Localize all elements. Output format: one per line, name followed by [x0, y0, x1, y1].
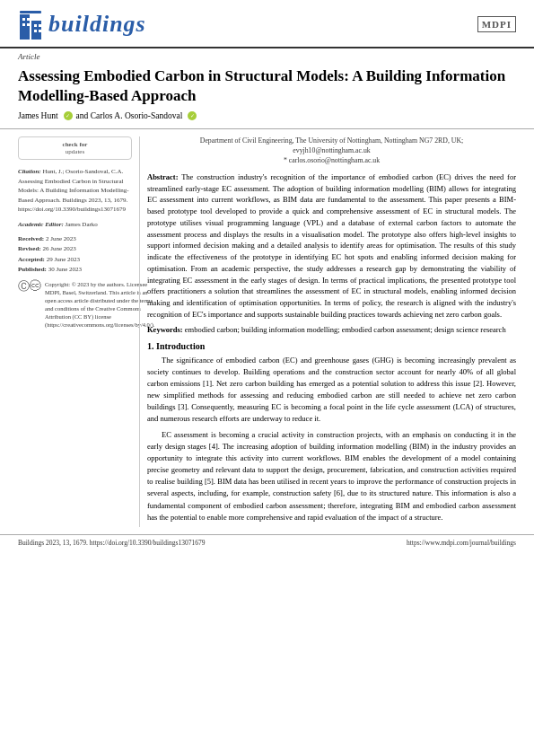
academic-editor-label: Academic Editor:	[18, 221, 66, 228]
intro-paragraph-1: The significance of embodied carbon (EC)…	[147, 355, 516, 426]
svg-rect-7	[39, 24, 41, 27]
intro-para1-text: The significance of embodied carbon (EC)…	[147, 356, 516, 424]
mdpi-logo: MDPI	[477, 16, 516, 32]
revised-value: 26 June 2023	[42, 245, 75, 252]
keywords-block: Keywords: embodied carbon; building info…	[147, 325, 516, 336]
main-title: Assessing Embodied Carbon in Structural …	[18, 66, 516, 106]
published-value: 30 June 2023	[48, 266, 82, 273]
affiliation-line1: Department of Civil Engineering, The Uni…	[147, 136, 516, 146]
footer-left: Buildings 2023, 13, 1679. https://doi.or…	[18, 539, 205, 547]
indent-2	[147, 429, 162, 441]
citation-label: Citation:	[18, 168, 42, 175]
intro-paragraph-2: EC assessment is becoming a crucial acti…	[147, 429, 516, 523]
abstract-label: Abstract:	[147, 172, 178, 181]
svg-rect-3	[27, 18, 30, 21]
copyright-block: Ⓒ🅭 Copyright: © 2023 by the authors. Lic…	[18, 280, 132, 330]
intro-section-title: 1. Introduction	[147, 341, 516, 351]
article-type-label: Article	[18, 52, 40, 61]
dates-block: Received: 2 June 2023 Revised: 26 June 2…	[18, 234, 132, 275]
two-col-body: check for updates Citation: Hunt, J.; Os…	[0, 129, 534, 527]
svg-rect-4	[22, 23, 25, 26]
keywords-label: Keywords:	[147, 325, 183, 334]
title-area: Assessing Embodied Carbon in Structural …	[0, 63, 534, 129]
orcid-icon-hunt: ✓	[64, 111, 73, 120]
intro-para2-text: EC assessment is becoming a crucial acti…	[147, 430, 516, 522]
abstract-section: Abstract: The construction industry's re…	[147, 171, 516, 321]
accepted-date: Accepted: 29 June 2023	[18, 255, 132, 265]
svg-rect-10	[20, 11, 41, 13]
academic-editor-name: James Darko	[66, 221, 98, 228]
intro-title: Introduction	[156, 341, 205, 351]
indent-1	[147, 355, 162, 366]
author-james-hunt: James Hunt	[18, 111, 58, 120]
check-updates-badge[interactable]: check for updates	[18, 136, 132, 160]
introduction-section: 1. Introduction The significance of embo…	[147, 341, 516, 523]
cc-icons: Ⓒ🅭	[18, 280, 41, 292]
revised-date: Revised: 26 June 2023	[18, 244, 132, 254]
journal-name: buildings	[48, 11, 146, 38]
svg-rect-2	[22, 18, 25, 21]
right-column: Department of Civil Engineering, The Uni…	[139, 136, 516, 527]
received-date: Received: 2 June 2023	[18, 234, 132, 244]
keywords-values: embodied carbon; building information mo…	[185, 325, 506, 334]
article-label: Article	[0, 48, 534, 63]
footer-right: https://www.mdpi.com/journal/buildings	[407, 539, 516, 547]
affiliation-block: Department of Civil Engineering, The Uni…	[147, 136, 516, 166]
accepted-value: 29 June 2023	[47, 256, 80, 263]
left-column: check for updates Citation: Hunt, J.; Os…	[18, 136, 139, 527]
buildings-logo-icon	[18, 7, 43, 41]
published-date: Published: 30 June 2023	[18, 265, 132, 275]
svg-rect-5	[27, 23, 30, 26]
header: buildings MDPI	[0, 0, 534, 48]
abstract-body: The construction industry's recognition …	[147, 172, 516, 319]
header-left: buildings	[18, 7, 146, 41]
received-label: Received:	[18, 235, 44, 242]
page: buildings MDPI Article Assessing Embodie…	[0, 0, 534, 756]
affiliation-line2: evyjh10@nottingham.ac.uk	[147, 146, 516, 156]
citation-block: Citation: Hunt, J.; Osorio-Sandoval, C.A…	[18, 167, 132, 215]
received-value: 2 June 2023	[46, 235, 76, 242]
svg-rect-8	[34, 30, 37, 32]
affiliation-line3: * carlos.osorio@nottingham.ac.uk	[147, 156, 516, 166]
academic-editor-block: Academic Editor: James Darko	[18, 220, 132, 230]
authors-line: James Hunt ✓ and Carlos A. Osorio-Sandov…	[18, 111, 516, 120]
footer: Buildings 2023, 13, 1679. https://doi.or…	[0, 534, 534, 550]
intro-number: 1.	[147, 341, 154, 351]
svg-rect-9	[39, 30, 41, 32]
published-label: Published:	[18, 266, 47, 273]
orcid-icon-osorio: ✓	[188, 111, 197, 120]
cc-row: Ⓒ🅭 Copyright: © 2023 by the authors. Lic…	[18, 280, 132, 330]
abstract-text: Abstract: The construction industry's re…	[147, 171, 516, 321]
revised-label: Revised:	[18, 245, 41, 252]
accepted-label: Accepted:	[18, 256, 45, 263]
svg-rect-6	[34, 24, 37, 27]
author-connector: and Carlos A. Osorio-Sandoval	[76, 111, 183, 120]
